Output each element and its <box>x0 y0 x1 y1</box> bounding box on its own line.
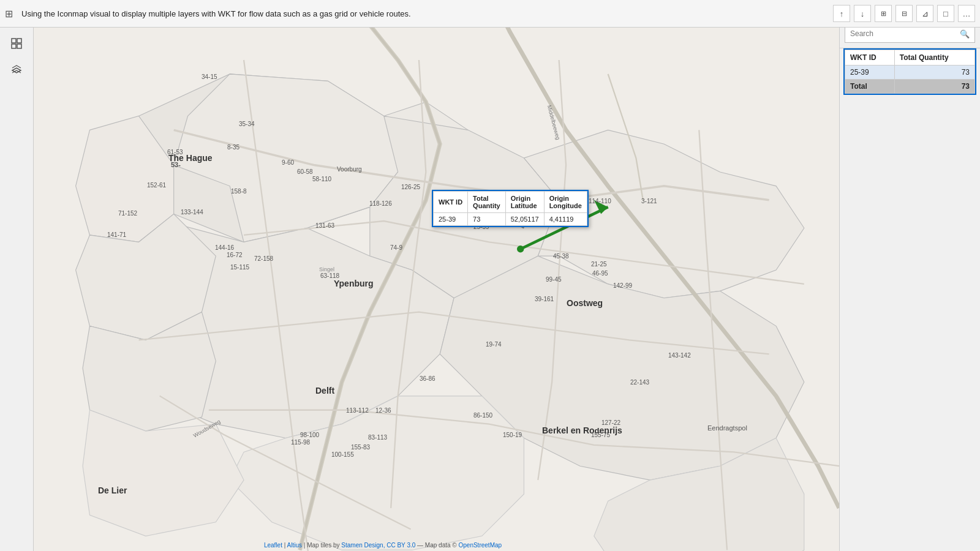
filter-btn[interactable]: ⊿ <box>916 5 933 22</box>
svg-rect-1 <box>17 39 21 43</box>
tooltip-header-lon: OriginLongitude <box>544 192 587 213</box>
more-btn[interactable]: … <box>958 5 975 22</box>
data-table: WKT ID Total Quantity 25-39 73 Total 73 <box>845 50 975 94</box>
tooltip-cell-qty: 73 <box>468 213 506 226</box>
svg-rect-0 <box>12 39 16 43</box>
map-container[interactable]: The Hague Ypenburg Delft Berkel en Roden… <box>34 28 839 551</box>
map-attribution: Leaflet | Altius | Map tiles by Stamen D… <box>67 542 698 549</box>
tooltip-header-qty: TotalQuantity <box>468 192 506 213</box>
osm-link[interactable]: OpenStreetMap <box>458 542 502 549</box>
table-header-wkt: WKT ID <box>845 50 895 66</box>
grid-sidebar-icon[interactable] <box>7 34 26 53</box>
search-input[interactable] <box>850 29 956 38</box>
attribution-data-text: — Map data © <box>417 542 458 549</box>
tooltip-cell-wkt: 25-39 <box>434 213 468 226</box>
map-svg <box>34 28 839 551</box>
right-panel-table-wrapper: WKT ID Total Quantity 25-39 73 Total 73 <box>843 48 976 95</box>
tooltip-cell-lon: 4,41119 <box>544 213 587 226</box>
tooltip-header-wkt: WKT ID <box>434 192 468 213</box>
search-icon[interactable]: 🔍 <box>960 29 970 39</box>
table-cell-qty: 73 <box>894 66 974 80</box>
table-row[interactable]: 25-39 73 <box>845 66 975 80</box>
attribution-tiles-text: | Map tiles by <box>304 542 342 549</box>
tooltip-cell-lat: 52,05117 <box>505 213 544 226</box>
table-total-row: Total 73 <box>845 80 975 94</box>
altius-link[interactable]: Altius <box>287 542 302 549</box>
leaflet-link[interactable]: Leaflet <box>264 542 282 549</box>
grid-view-btn[interactable]: ⊞ <box>875 5 892 22</box>
scroll-up-btn[interactable]: ↑ <box>833 5 850 22</box>
toolbar: ⊞ Using the Iconmap visual to display mu… <box>0 0 980 28</box>
svg-rect-3 <box>17 44 21 48</box>
tooltip-popup: WKT ID TotalQuantity OriginLatitude Orig… <box>432 190 589 227</box>
layers-sidebar-icon[interactable] <box>7 61 26 80</box>
table-cell-wkt: 25-39 <box>845 66 895 80</box>
stamen-link[interactable]: Stamen Design, CC BY 3.0 <box>341 542 415 549</box>
data-table-container: WKT ID Total Quantity 25-39 73 Total 73 <box>840 48 980 95</box>
tooltip-header-lat: OriginLatitude <box>505 192 544 213</box>
grid-icon[interactable]: ⊞ <box>5 8 13 20</box>
scroll-down-btn[interactable]: ↓ <box>854 5 871 22</box>
table-header-qty: Total Quantity <box>894 50 974 66</box>
table-cell-total-value: 73 <box>894 80 974 94</box>
tooltip-table: WKT ID TotalQuantity OriginLatitude Orig… <box>433 191 587 226</box>
table-cell-total-label: Total <box>845 80 895 94</box>
toolbar-message: Using the Iconmap visual to display mult… <box>17 9 829 18</box>
tooltip-row: 25-39 73 52,05117 4,41119 <box>434 213 587 226</box>
fit-btn[interactable]: ⊟ <box>895 5 913 22</box>
svg-rect-2 <box>12 44 16 48</box>
right-panel: WKT ID 🔍 WKT ID Total Quantity 25-39 73 <box>839 0 980 551</box>
left-sidebar <box>0 28 34 551</box>
export-btn[interactable]: □ <box>937 5 954 22</box>
svg-point-19 <box>517 246 524 252</box>
